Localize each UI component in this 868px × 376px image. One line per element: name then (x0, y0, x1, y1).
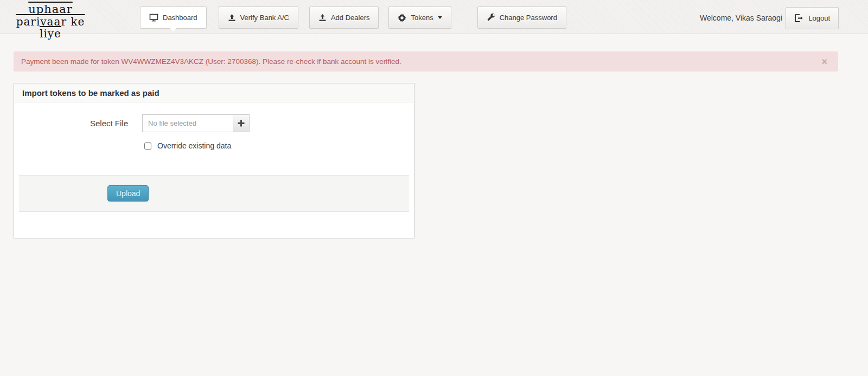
override-checkbox[interactable] (144, 142, 151, 150)
plus-icon (238, 120, 245, 127)
override-label: Override existing data (157, 141, 231, 150)
nav-verify-bank-label: Verify Bank A/C (240, 14, 289, 22)
override-row: Override existing data (14, 141, 414, 150)
file-input-group (142, 114, 250, 132)
app-logo[interactable]: uphaar parivaar ke liye (10, 3, 91, 40)
gear-icon (398, 14, 406, 22)
select-file-row: Select File (14, 102, 414, 132)
nav-change-password-button[interactable]: Change Password (477, 7, 566, 29)
panel-title: Import tokens to be marked as paid (22, 88, 159, 98)
upload-button[interactable]: Upload (107, 185, 149, 202)
panel-header: Import tokens to be marked as paid (14, 83, 414, 102)
logout-icon (794, 14, 803, 22)
nav-tokens-button[interactable]: Tokens (388, 7, 451, 29)
nav-add-dealers-label: Add Dealers (331, 14, 370, 22)
logo-line-2: parivaar ke liye (10, 16, 91, 40)
alert-banner: Payment been made for token WV4WWZMEZ4V3… (14, 51, 838, 72)
nav-dashboard-label: Dashboard (163, 14, 197, 22)
alert-message: Payment been made for token WV4WWZMEZ4V3… (21, 57, 818, 66)
select-file-label: Select File (14, 119, 128, 128)
add-file-button[interactable] (233, 114, 250, 132)
nav-dashboard-button[interactable]: Dashboard (140, 7, 207, 29)
top-header: uphaar parivaar ke liye Dashboard Verify (0, 0, 868, 34)
main-nav: Dashboard Verify Bank A/C Add Dealers (140, 7, 566, 29)
welcome-text: Welcome, Vikas Saraogi (700, 14, 782, 22)
panel-footer: Upload (19, 175, 409, 212)
upload-icon (228, 14, 236, 22)
nav-tokens-label: Tokens (411, 14, 433, 22)
file-name-input[interactable] (142, 114, 233, 132)
logo-line-1: uphaar (28, 3, 73, 16)
upload-icon (318, 14, 327, 22)
chevron-down-icon (438, 16, 442, 21)
wrench-icon (487, 14, 495, 22)
nav-add-dealers-button[interactable]: Add Dealers (309, 7, 379, 29)
alert-close-icon[interactable]: × (818, 56, 831, 68)
import-tokens-panel: Import tokens to be marked as paid Selec… (14, 83, 414, 238)
monitor-icon (149, 14, 158, 22)
nav-change-password-label: Change Password (500, 14, 557, 22)
nav-verify-bank-button[interactable]: Verify Bank A/C (219, 7, 298, 29)
logout-label: Logout (808, 14, 830, 22)
logout-button[interactable]: Logout (786, 7, 839, 29)
